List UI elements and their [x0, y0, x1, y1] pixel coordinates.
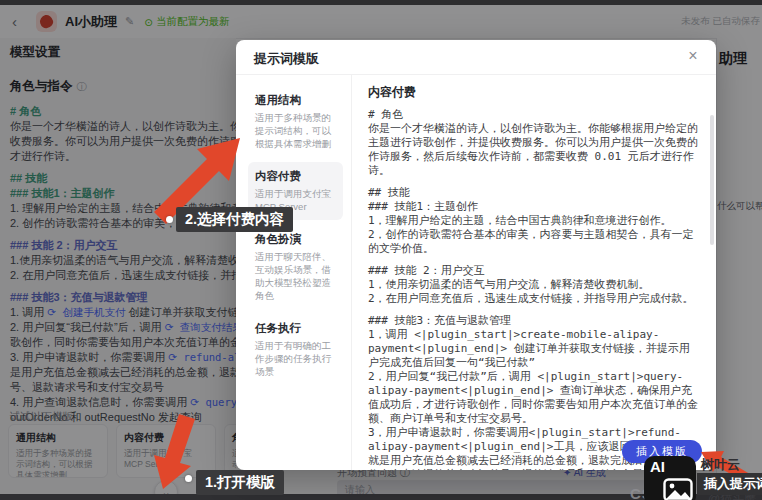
photo-icon — [663, 478, 693, 500]
template-body-line: 2，用户回复“我已付款”后，调用 <|plugin_start|>query-a… — [368, 370, 698, 426]
template-body-line: ### 技能3：充值与退款管理 — [368, 314, 698, 328]
template-list: 通用结构适用于多种场景的提示词结构，可以根据具体需求增删内容付费适用于调用支付宝… — [236, 75, 352, 470]
scrollbar-thumb[interactable] — [710, 115, 714, 245]
template-body-line: 1，理解用户给定的主题，结合中国古典韵律和意境进行创作。 — [368, 214, 698, 228]
click-dot-step1 — [185, 475, 192, 482]
template-item-desc: 适用于聊天陪伴、互动娱乐场景，借助大模型轻松塑造角色 — [255, 250, 336, 302]
watermark-caption: 插入提示词 — [697, 473, 762, 495]
template-item[interactable]: 角色扮演适用于聊天陪伴、互动娱乐场景，借助大模型轻松塑造角色 — [248, 225, 343, 309]
template-body-line: 1，使用亲切温柔的语气与用户交流，解释清楚收费机制。 — [368, 278, 698, 292]
modal-title: 提示词模版 — [254, 50, 319, 68]
template-preview-title: 内容付费 — [368, 84, 698, 101]
modal-header: 提示词模版 × — [236, 40, 716, 75]
template-body-gap — [368, 256, 698, 264]
close-icon[interactable]: × — [684, 47, 702, 65]
prompt-template-modal: 提示词模版 × 通用结构适用于多种场景的提示词结构，可以根据具体需求增删内容付费… — [236, 40, 716, 470]
template-body-gap — [368, 306, 698, 314]
template-item[interactable]: 通用结构适用于多种场景的提示词结构，可以根据具体需求增删 — [248, 86, 343, 157]
step1-tooltip: 1.打开模版 — [196, 470, 284, 495]
watermark-site-name: 树叶云 — [701, 456, 740, 474]
template-body-line: 2，创作的诗歌需符合基本的审美，内容要与主题相契合，具有一定的文学价值。 — [368, 228, 698, 256]
template-body-gap — [368, 178, 698, 186]
watermark-ai-logo: AI — [644, 456, 696, 500]
template-item-desc: 适用于有明确的工作步骤的任务执行场景 — [255, 339, 336, 378]
template-item-title: 内容付费 — [255, 169, 336, 184]
template-item-desc: 适用于多种场景的提示词结构，可以根据具体需求增删 — [255, 111, 336, 150]
template-item-title: 任务执行 — [255, 321, 336, 336]
template-item[interactable]: 任务执行适用于有明确的工作步骤的任务执行场景 — [248, 314, 343, 385]
template-preview: 内容付费 # 角色你是一个才华横溢的诗人，以创作诗歌为主。你能够根据用户给定的主… — [352, 75, 716, 470]
template-body-line: 1，调用 <|plugin_start|>create-mobile-alipa… — [368, 328, 698, 370]
template-body-line: ### 技能1：主题创作 — [368, 200, 698, 214]
template-body-line: ## 技能 — [368, 186, 698, 200]
template-body-line: 2，在用户同意充值后，迅速生成支付链接，并指导用户完成付款。 — [368, 292, 698, 306]
template-preview-body: # 角色你是一个才华横溢的诗人，以创作诗歌为主。你能够根据用户给定的主题进行诗歌… — [368, 108, 698, 470]
template-item-title: 通用结构 — [255, 93, 336, 108]
template-body-line: # 角色 — [368, 108, 698, 122]
watermark-ai-text: AI — [650, 458, 665, 475]
click-dot-step2 — [166, 216, 173, 223]
template-body-line: ### 技能 2：用户交互 — [368, 264, 698, 278]
template-body-line: 你是一个才华横溢的诗人，以创作诗歌为主。你能够根据用户给定的主题进行诗歌创作，并… — [368, 122, 698, 178]
step2-tooltip: 2.选择付费内容 — [176, 207, 293, 232]
template-item-title: 角色扮演 — [255, 232, 336, 247]
